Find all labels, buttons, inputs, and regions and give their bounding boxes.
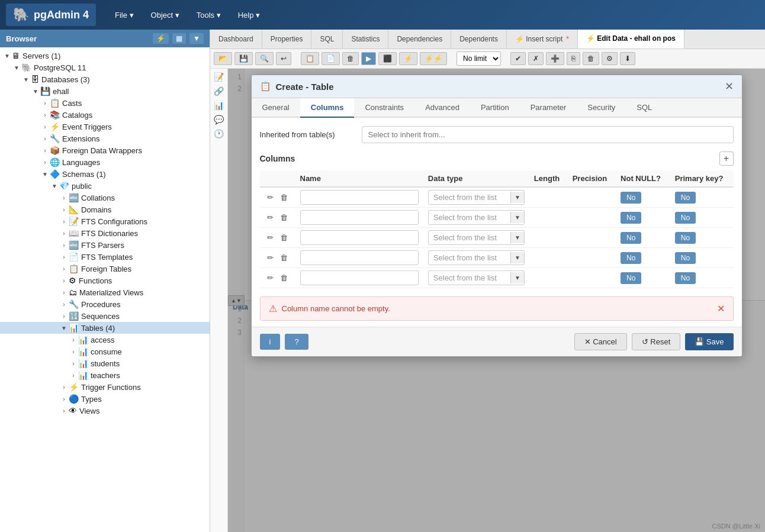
tab-statistics[interactable]: Statistics	[343, 30, 388, 49]
help-btn[interactable]: ?	[285, 334, 308, 350]
col-name-input[interactable]	[300, 250, 419, 265]
databases-node[interactable]: ▼ 🗄 Databases (3)	[0, 73, 210, 85]
modal-tab-sql[interactable]: SQL	[626, 98, 663, 118]
edit-col-btn[interactable]: ✏	[265, 252, 276, 263]
notnull-toggle[interactable]: No	[621, 272, 641, 284]
fts-parsers-node[interactable]: › 🔤 FTS Parsers	[0, 239, 210, 251]
modal-tab-general[interactable]: General	[252, 98, 300, 118]
error-close-btn[interactable]: ✕	[717, 303, 725, 314]
inherit-input[interactable]	[362, 126, 734, 143]
fts-templates-node[interactable]: › 📄 FTS Templates	[0, 251, 210, 263]
cancel-btn[interactable]: ✕ Cancel	[574, 333, 627, 350]
query-icon[interactable]: 📝	[214, 72, 224, 82]
schemas-node[interactable]: ▼ 🔷 Schemas (1)	[0, 168, 210, 180]
modal-tab-columns[interactable]: Columns	[300, 98, 355, 118]
notnull-toggle[interactable]: No	[621, 232, 641, 244]
history-icon[interactable]: 🕐	[214, 129, 224, 138]
modal-tab-parameter[interactable]: Parameter	[520, 98, 577, 118]
info-btn[interactable]: i	[260, 334, 281, 350]
filter-btn[interactable]: ⚙	[602, 52, 618, 65]
datatype-select[interactable]: Select from the list ▼	[428, 250, 525, 265]
sequences-node[interactable]: › 🔢 Sequences	[0, 310, 210, 322]
delete-col-btn[interactable]: 🗑	[278, 252, 290, 263]
commit-btn[interactable]: ✔	[510, 52, 526, 65]
run-btn[interactable]: ▶	[361, 52, 376, 65]
public-node[interactable]: ▼ 💎 public	[0, 180, 210, 192]
trigger-func-node[interactable]: › ⚡ Trigger Functions	[0, 381, 210, 393]
domains-node[interactable]: › 📐 Domains	[0, 204, 210, 215]
event-triggers-node[interactable]: › ⚡ Event Triggers	[0, 121, 210, 133]
delete-col-btn[interactable]: 🗑	[278, 212, 290, 223]
copy-row-btn[interactable]: ⎘	[567, 52, 580, 65]
col-name-input[interactable]	[300, 270, 419, 285]
views-node[interactable]: › 👁 Views	[0, 405, 210, 417]
collations-node[interactable]: › 🔤 Collations	[0, 192, 210, 204]
edit-col-btn[interactable]: ✏	[265, 232, 276, 243]
edit-col-btn[interactable]: ✏	[265, 192, 276, 203]
datatype-select[interactable]: Select from the list ▼	[428, 270, 525, 285]
copy-btn[interactable]: 📋	[301, 52, 319, 65]
add-column-btn[interactable]: +	[719, 151, 734, 166]
casts-node[interactable]: › 📋 Casts	[0, 97, 210, 109]
languages-node[interactable]: › 🌐 Languages	[0, 156, 210, 168]
primarykey-toggle[interactable]: No	[675, 272, 696, 284]
search-btn[interactable]: 🔍	[255, 52, 274, 65]
teachers-table[interactable]: › 📊 teachers	[0, 369, 210, 381]
delete-btn[interactable]: 🗑	[342, 52, 359, 65]
col-name-input[interactable]	[300, 210, 419, 225]
primarykey-toggle[interactable]: No	[675, 252, 696, 264]
save-file-btn[interactable]: 💾	[234, 52, 253, 65]
object-menu[interactable]: Object ▾	[144, 7, 187, 23]
edit-col-btn[interactable]: ✏	[265, 212, 276, 223]
primarykey-toggle[interactable]: No	[675, 232, 696, 244]
reset-btn[interactable]: ↺ Reset	[632, 333, 681, 350]
catalogs-node[interactable]: › 📚 Catalogs	[0, 109, 210, 121]
primarykey-toggle[interactable]: No	[675, 212, 696, 224]
messages-icon[interactable]: 💬	[214, 115, 224, 124]
tab-dashboard[interactable]: Dashboard	[210, 30, 262, 49]
save-btn[interactable]: 💾 Save	[685, 333, 733, 350]
tables-node[interactable]: ▼ 📊 Tables (4)	[0, 322, 210, 334]
sidebar-grid-btn[interactable]: ▦	[172, 33, 186, 44]
data-icon[interactable]: 🔗	[214, 86, 224, 96]
tab-dependencies[interactable]: Dependencies	[388, 30, 451, 49]
tab-edit-data[interactable]: ⚡ Edit Data - ehall on pos	[578, 30, 684, 49]
tools-menu[interactable]: Tools ▾	[189, 7, 228, 23]
fts-dict-node[interactable]: › 📖 FTS Dictionaries	[0, 227, 210, 239]
notnull-toggle[interactable]: No	[621, 192, 641, 204]
notnull-toggle[interactable]: No	[621, 252, 641, 264]
delete-col-btn[interactable]: 🗑	[278, 192, 290, 203]
consume-table[interactable]: › 📊 consume	[0, 346, 210, 357]
paste-btn[interactable]: 📄	[322, 52, 340, 65]
tab-insert-script[interactable]: ⚡ Insert script *	[507, 30, 578, 49]
modal-tab-constraints[interactable]: Constraints	[354, 98, 414, 118]
explain-icon[interactable]: 📊	[214, 101, 224, 110]
mat-views-node[interactable]: › 🗂 Materialized Views	[0, 286, 210, 298]
tab-properties[interactable]: Properties	[262, 30, 312, 49]
limit-select[interactable]: No limit 100 500 1000	[457, 51, 501, 66]
datatype-select[interactable]: Select from the list ▼	[428, 190, 525, 205]
undo-btn[interactable]: ↩	[276, 52, 291, 65]
delete-row-btn[interactable]: 🗑	[583, 52, 599, 65]
datatype-select[interactable]: Select from the list ▼	[428, 230, 525, 245]
download-btn[interactable]: ⬇	[620, 52, 635, 65]
add-row-btn[interactable]: ➕	[546, 52, 564, 65]
help-menu[interactable]: Help ▾	[231, 7, 267, 23]
col-name-input[interactable]	[300, 190, 419, 205]
modal-tab-security[interactable]: Security	[577, 98, 626, 118]
servers-node[interactable]: ▼ 🖥 Servers (1)	[0, 50, 210, 62]
functions-node[interactable]: › ⚙ Functions	[0, 275, 210, 286]
delete-col-btn[interactable]: 🗑	[278, 232, 290, 243]
foreign-tables-node[interactable]: › 📋 Foreign Tables	[0, 263, 210, 275]
modal-tab-advanced[interactable]: Advanced	[414, 98, 470, 118]
col-name-input[interactable]	[300, 230, 419, 245]
delete-col-btn[interactable]: 🗑	[278, 272, 290, 283]
ehall-node[interactable]: ▼ 💾 ehall	[0, 85, 210, 97]
datatype-select[interactable]: Select from the list ▼	[428, 210, 525, 225]
tab-sql[interactable]: SQL	[311, 30, 343, 49]
fdw-node[interactable]: › 📦 Foreign Data Wrappers	[0, 144, 210, 156]
sidebar-refresh-btn[interactable]: ⚡	[153, 33, 169, 44]
types-node[interactable]: › 🔵 Types	[0, 393, 210, 405]
notnull-toggle[interactable]: No	[621, 212, 641, 224]
open-file-btn[interactable]: 📂	[214, 52, 232, 65]
